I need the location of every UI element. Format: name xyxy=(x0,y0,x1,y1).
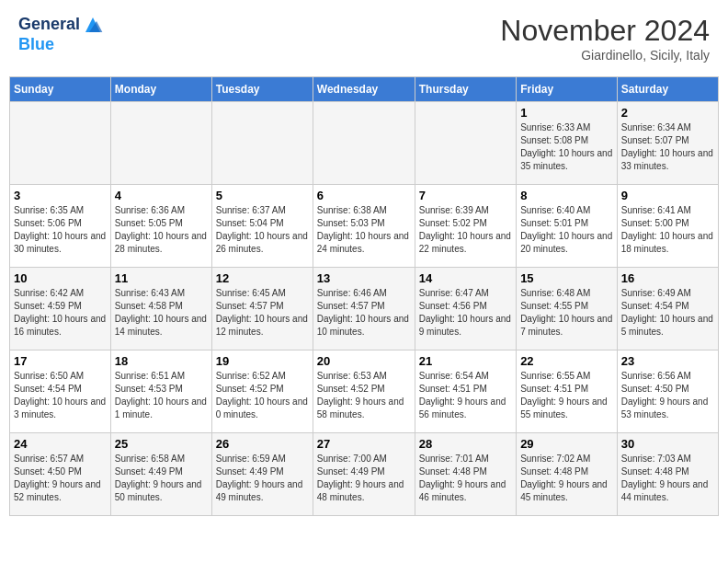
day-detail: Sunrise: 6:57 AMSunset: 4:50 PMDaylight:… xyxy=(14,453,107,504)
calendar-cell: 23Sunrise: 6:56 AMSunset: 4:50 PMDayligh… xyxy=(617,350,718,433)
calendar-cell xyxy=(211,102,313,185)
day-detail: Sunrise: 7:03 AMSunset: 4:48 PMDaylight:… xyxy=(621,453,714,504)
calendar-cell: 10Sunrise: 6:42 AMSunset: 4:59 PMDayligh… xyxy=(10,268,111,350)
calendar-cell: 17Sunrise: 6:50 AMSunset: 4:54 PMDayligh… xyxy=(10,350,111,433)
calendar-week-row: 17Sunrise: 6:50 AMSunset: 4:54 PMDayligh… xyxy=(10,350,719,433)
day-detail: Sunrise: 6:43 AMSunset: 4:58 PMDaylight:… xyxy=(115,287,208,339)
day-number: 11 xyxy=(115,271,208,285)
day-detail: Sunrise: 6:34 AMSunset: 5:07 PMDaylight:… xyxy=(621,121,714,173)
logo-blue-text: Blue xyxy=(18,35,54,53)
day-detail: Sunrise: 6:38 AMSunset: 5:03 PMDaylight:… xyxy=(317,204,411,256)
day-detail: Sunrise: 6:58 AMSunset: 4:49 PMDaylight:… xyxy=(115,453,208,504)
calendar-cell: 7Sunrise: 6:39 AMSunset: 5:02 PMDaylight… xyxy=(415,185,516,268)
day-detail: Sunrise: 6:54 AMSunset: 4:51 PMDaylight:… xyxy=(419,370,512,421)
day-detail: Sunrise: 7:00 AMSunset: 4:49 PMDaylight:… xyxy=(317,453,411,504)
calendar-cell xyxy=(313,102,415,185)
calendar-cell: 28Sunrise: 7:01 AMSunset: 4:48 PMDayligh… xyxy=(415,433,516,516)
day-number: 29 xyxy=(520,437,613,451)
calendar-cell: 18Sunrise: 6:51 AMSunset: 4:53 PMDayligh… xyxy=(110,350,211,433)
day-number: 16 xyxy=(621,271,714,285)
calendar-week-row: 1Sunrise: 6:33 AMSunset: 5:08 PMDaylight… xyxy=(10,102,719,185)
day-number: 12 xyxy=(216,271,309,285)
weekday-header-sunday: Sunday xyxy=(10,77,111,102)
day-number: 4 xyxy=(115,189,208,202)
day-number: 6 xyxy=(317,189,411,202)
day-detail: Sunrise: 6:40 AMSunset: 5:01 PMDaylight:… xyxy=(520,204,613,256)
day-number: 14 xyxy=(419,271,512,285)
day-detail: Sunrise: 6:48 AMSunset: 4:55 PMDaylight:… xyxy=(520,287,613,339)
day-number: 5 xyxy=(216,189,309,202)
calendar-cell: 13Sunrise: 6:46 AMSunset: 4:57 PMDayligh… xyxy=(313,268,415,350)
weekday-header-wednesday: Wednesday xyxy=(313,77,415,102)
day-detail: Sunrise: 6:49 AMSunset: 4:54 PMDaylight:… xyxy=(621,287,714,339)
day-number: 22 xyxy=(520,354,613,368)
weekday-header-tuesday: Tuesday xyxy=(211,77,313,102)
weekday-header-monday: Monday xyxy=(110,77,211,102)
day-detail: Sunrise: 6:52 AMSunset: 4:52 PMDaylight:… xyxy=(216,370,309,421)
weekday-header-friday: Friday xyxy=(517,77,618,102)
calendar-week-row: 24Sunrise: 6:57 AMSunset: 4:50 PMDayligh… xyxy=(10,433,719,516)
day-detail: Sunrise: 6:42 AMSunset: 4:59 PMDaylight:… xyxy=(14,287,107,339)
calendar-cell: 22Sunrise: 6:55 AMSunset: 4:51 PMDayligh… xyxy=(517,350,618,433)
calendar-table: SundayMondayTuesdayWednesdayThursdayFrid… xyxy=(9,76,719,516)
calendar-cell: 16Sunrise: 6:49 AMSunset: 4:54 PMDayligh… xyxy=(617,268,718,350)
calendar-cell: 27Sunrise: 7:00 AMSunset: 4:49 PMDayligh… xyxy=(313,433,415,516)
day-number: 21 xyxy=(419,354,512,368)
logo-text: General xyxy=(18,16,80,34)
weekday-header-row: SundayMondayTuesdayWednesdayThursdayFrid… xyxy=(10,77,719,102)
day-number: 18 xyxy=(115,354,208,368)
calendar-cell: 26Sunrise: 6:59 AMSunset: 4:49 PMDayligh… xyxy=(211,433,313,516)
weekday-header-thursday: Thursday xyxy=(415,77,516,102)
day-detail: Sunrise: 6:46 AMSunset: 4:57 PMDaylight:… xyxy=(317,287,411,339)
day-detail: Sunrise: 6:47 AMSunset: 4:56 PMDaylight:… xyxy=(419,287,512,339)
calendar-cell: 9Sunrise: 6:41 AMSunset: 5:00 PMDaylight… xyxy=(617,185,718,268)
day-detail: Sunrise: 6:51 AMSunset: 4:53 PMDaylight:… xyxy=(115,370,208,421)
day-number: 7 xyxy=(419,189,512,202)
day-detail: Sunrise: 6:50 AMSunset: 4:54 PMDaylight:… xyxy=(14,370,107,421)
calendar-cell: 24Sunrise: 6:57 AMSunset: 4:50 PMDayligh… xyxy=(10,433,111,516)
calendar-cell: 15Sunrise: 6:48 AMSunset: 4:55 PMDayligh… xyxy=(517,268,618,350)
day-number: 8 xyxy=(520,189,613,202)
calendar-cell: 12Sunrise: 6:45 AMSunset: 4:57 PMDayligh… xyxy=(211,268,313,350)
calendar-cell: 4Sunrise: 6:36 AMSunset: 5:05 PMDaylight… xyxy=(110,185,211,268)
logo-icon xyxy=(82,14,104,36)
calendar-cell: 14Sunrise: 6:47 AMSunset: 4:56 PMDayligh… xyxy=(415,268,516,350)
calendar-cell: 30Sunrise: 7:03 AMSunset: 4:48 PMDayligh… xyxy=(617,433,718,516)
month-title: November 2024 xyxy=(500,14,710,48)
day-detail: Sunrise: 6:35 AMSunset: 5:06 PMDaylight:… xyxy=(14,204,107,256)
day-detail: Sunrise: 6:39 AMSunset: 5:02 PMDaylight:… xyxy=(419,204,512,256)
day-number: 25 xyxy=(115,437,208,451)
day-number: 24 xyxy=(14,437,107,451)
day-number: 2 xyxy=(621,106,714,120)
day-detail: Sunrise: 6:33 AMSunset: 5:08 PMDaylight:… xyxy=(520,121,613,173)
calendar-cell: 25Sunrise: 6:58 AMSunset: 4:49 PMDayligh… xyxy=(110,433,211,516)
weekday-header-saturday: Saturday xyxy=(617,77,718,102)
day-detail: Sunrise: 6:45 AMSunset: 4:57 PMDaylight:… xyxy=(216,287,309,339)
calendar-cell: 19Sunrise: 6:52 AMSunset: 4:52 PMDayligh… xyxy=(211,350,313,433)
day-number: 27 xyxy=(317,437,411,451)
day-number: 30 xyxy=(621,437,714,451)
day-number: 9 xyxy=(621,189,714,202)
day-number: 17 xyxy=(14,354,107,368)
calendar-cell xyxy=(110,102,211,185)
day-number: 13 xyxy=(317,271,411,285)
day-detail: Sunrise: 6:37 AMSunset: 5:04 PMDaylight:… xyxy=(216,204,309,256)
title-block: November 2024 Giardinello, Sicily, Italy xyxy=(500,14,710,63)
calendar-cell: 3Sunrise: 6:35 AMSunset: 5:06 PMDaylight… xyxy=(10,185,111,268)
day-number: 10 xyxy=(14,271,107,285)
day-number: 15 xyxy=(520,271,613,285)
calendar-cell: 1Sunrise: 6:33 AMSunset: 5:08 PMDaylight… xyxy=(517,102,618,185)
calendar-cell: 20Sunrise: 6:53 AMSunset: 4:52 PMDayligh… xyxy=(313,350,415,433)
day-detail: Sunrise: 6:41 AMSunset: 5:00 PMDaylight:… xyxy=(621,204,714,256)
calendar-cell: 2Sunrise: 6:34 AMSunset: 5:07 PMDaylight… xyxy=(617,102,718,185)
page-header: General Blue November 2024 Giardinello, … xyxy=(9,9,719,67)
day-detail: Sunrise: 6:55 AMSunset: 4:51 PMDaylight:… xyxy=(520,370,613,421)
calendar-cell: 6Sunrise: 6:38 AMSunset: 5:03 PMDaylight… xyxy=(313,185,415,268)
logo: General Blue xyxy=(18,14,104,54)
calendar-cell: 8Sunrise: 6:40 AMSunset: 5:01 PMDaylight… xyxy=(517,185,618,268)
calendar-cell xyxy=(415,102,516,185)
day-detail: Sunrise: 6:59 AMSunset: 4:49 PMDaylight:… xyxy=(216,453,309,504)
day-number: 3 xyxy=(14,189,107,202)
calendar-week-row: 3Sunrise: 6:35 AMSunset: 5:06 PMDaylight… xyxy=(10,185,719,268)
day-number: 20 xyxy=(317,354,411,368)
